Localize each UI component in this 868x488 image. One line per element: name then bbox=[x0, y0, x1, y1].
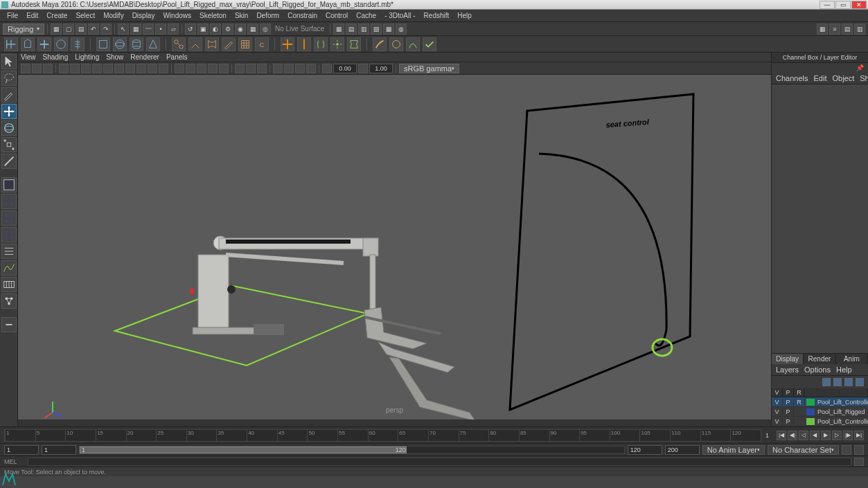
layer-add-icon[interactable] bbox=[844, 378, 853, 386]
key-fwd-icon[interactable]: ▷ bbox=[832, 431, 842, 440]
sculpt-icon[interactable] bbox=[389, 37, 403, 51]
layertab-render[interactable]: Render bbox=[804, 354, 835, 364]
range-view-end[interactable]: 120 bbox=[628, 445, 662, 455]
layermenu-options[interactable]: Options bbox=[804, 365, 831, 374]
toggle-5-icon[interactable]: ▩ bbox=[383, 24, 394, 35]
viewmenu-panels[interactable]: Panels bbox=[166, 53, 188, 61]
menu-dtoall[interactable]: - 3DtoAll - bbox=[380, 10, 419, 21]
panel-layout-2-icon[interactable]: ≡ bbox=[829, 24, 840, 35]
layer-row[interactable]: VPRPool_Lift_Controllers_l bbox=[772, 397, 868, 407]
menuset-combo[interactable]: Rigging bbox=[3, 24, 44, 35]
outliner-icon[interactable] bbox=[1, 244, 17, 259]
layertab-anim[interactable]: Anim bbox=[836, 354, 868, 364]
vp-gamma2-icon[interactable] bbox=[358, 64, 368, 73]
layer-v-cell[interactable]: V bbox=[772, 418, 783, 425]
shelf-move-icon[interactable] bbox=[37, 37, 51, 51]
viewmenu-shading[interactable]: Shading bbox=[43, 53, 69, 61]
layercol-p[interactable]: P bbox=[783, 388, 794, 397]
undo-icon[interactable]: ↶ bbox=[88, 24, 99, 35]
toggle-1-icon[interactable]: ▦ bbox=[333, 24, 344, 35]
single-view-icon[interactable] bbox=[1, 177, 17, 192]
layer-v-cell[interactable]: V bbox=[772, 408, 783, 415]
menu-file[interactable]: File bbox=[3, 10, 22, 21]
menu-help[interactable]: Help bbox=[453, 10, 476, 21]
menu-edit[interactable]: Edit bbox=[22, 10, 42, 21]
shelf-rotate-icon[interactable] bbox=[54, 37, 68, 51]
vp-xray-icon[interactable] bbox=[186, 64, 195, 73]
vp-gamut-icon[interactable] bbox=[257, 64, 267, 73]
vp-ao-icon[interactable] bbox=[197, 64, 206, 73]
menu-skin[interactable]: Skin bbox=[231, 10, 252, 21]
four-view-icon[interactable] bbox=[1, 194, 17, 209]
step-fwd-icon[interactable]: |▶ bbox=[843, 431, 853, 440]
check-icon[interactable] bbox=[423, 37, 436, 51]
step-back-icon[interactable]: ◀| bbox=[788, 431, 797, 440]
render-settings-icon[interactable]: ⚙ bbox=[222, 24, 233, 35]
new-scene-icon[interactable]: ▦ bbox=[51, 24, 62, 35]
layertab-display[interactable]: Display bbox=[772, 354, 804, 364]
viewport[interactable]: seat control persp bbox=[18, 75, 771, 419]
script-editor-icon[interactable] bbox=[854, 458, 864, 466]
vp-exposure-icon[interactable] bbox=[235, 64, 245, 73]
menu-skeleton[interactable]: Skeleton bbox=[195, 10, 231, 21]
anim-layer-combo[interactable]: No Anim Layer bbox=[702, 445, 765, 455]
prefs-icon[interactable] bbox=[854, 445, 864, 455]
menu-create[interactable]: Create bbox=[42, 10, 71, 21]
layer-v-cell[interactable]: V bbox=[772, 399, 783, 406]
vp-cm-icon[interactable] bbox=[322, 64, 332, 73]
vp-shadow-icon[interactable] bbox=[159, 64, 168, 73]
layer-down-icon[interactable] bbox=[833, 378, 842, 386]
command-lang-label[interactable]: MEL bbox=[4, 458, 25, 465]
layer-color-swatch[interactable] bbox=[806, 399, 815, 406]
layer-row[interactable]: VPPool_Lift_Controllers bbox=[772, 417, 868, 426]
sphere-icon[interactable] bbox=[113, 37, 127, 51]
menu-control[interactable]: Control bbox=[321, 10, 352, 21]
scale-tool[interactable] bbox=[1, 137, 17, 152]
viewport-scrollbar[interactable] bbox=[18, 419, 771, 426]
ik-icon[interactable] bbox=[188, 37, 202, 51]
lasso-tool[interactable] bbox=[1, 71, 17, 86]
panel-layout-3-icon[interactable]: ▤ bbox=[842, 24, 853, 35]
vp-aa-icon[interactable] bbox=[219, 64, 229, 73]
layer-p-cell[interactable]: P bbox=[783, 399, 794, 406]
menu-redshift[interactable]: Redshift bbox=[420, 10, 454, 21]
skin-icon[interactable] bbox=[205, 37, 219, 51]
character-set-combo[interactable]: No Character Set bbox=[768, 445, 839, 455]
vp-motion-icon[interactable] bbox=[208, 64, 218, 73]
channeltab-show[interactable]: Show bbox=[860, 74, 868, 82]
viewmenu-view[interactable]: View bbox=[21, 53, 36, 61]
layermenu-help[interactable]: Help bbox=[836, 365, 852, 374]
vp-gamma-icon[interactable] bbox=[246, 64, 256, 73]
layer-color-swatch[interactable] bbox=[806, 418, 815, 425]
redo-icon[interactable]: ↷ bbox=[100, 24, 112, 35]
vp-filmgate-icon[interactable] bbox=[70, 64, 80, 73]
vp-d-icon[interactable] bbox=[306, 64, 316, 73]
vp-bookmark-icon[interactable] bbox=[32, 64, 42, 73]
open-scene-icon[interactable]: ▢ bbox=[63, 24, 74, 35]
lattice-icon[interactable] bbox=[238, 37, 252, 51]
render-icon[interactable]: ▣ bbox=[197, 24, 209, 35]
panel-layout-1-icon[interactable]: ▦ bbox=[817, 24, 828, 35]
rotate-tool[interactable] bbox=[1, 120, 17, 136]
shelf-scale-icon[interactable] bbox=[71, 37, 85, 51]
vp-grid-icon[interactable] bbox=[59, 64, 69, 73]
vp-image-icon[interactable] bbox=[43, 64, 53, 73]
vp-texture-icon[interactable] bbox=[136, 64, 146, 73]
toggle-6-icon[interactable]: ◍ bbox=[396, 24, 407, 35]
menu-deform[interactable]: Deform bbox=[252, 10, 283, 21]
field-icon[interactable] bbox=[347, 37, 361, 51]
channeltab-object[interactable]: Object bbox=[832, 74, 854, 82]
live-icon[interactable]: ◎ bbox=[260, 24, 271, 35]
layer-p-cell[interactable]: P bbox=[783, 408, 794, 415]
layer-row[interactable]: VPPool_Lift_Rigged bbox=[772, 407, 868, 417]
time-slider[interactable]: 1510152025303540455055606570758085909510… bbox=[0, 426, 868, 443]
layer-new-icon[interactable] bbox=[856, 378, 864, 386]
play-back-icon[interactable]: ◀ bbox=[810, 431, 820, 440]
ipr-icon[interactable]: ◐ bbox=[210, 24, 221, 35]
layermenu-layers[interactable]: Layers bbox=[776, 365, 799, 374]
menu-constrain[interactable]: Constrain bbox=[283, 10, 321, 21]
vp-gamma-value[interactable]: 1.00 bbox=[369, 64, 393, 73]
select-tool[interactable] bbox=[1, 54, 17, 69]
range-start[interactable]: 1 bbox=[4, 445, 39, 455]
viewmenu-lighting[interactable]: Lighting bbox=[75, 53, 99, 61]
